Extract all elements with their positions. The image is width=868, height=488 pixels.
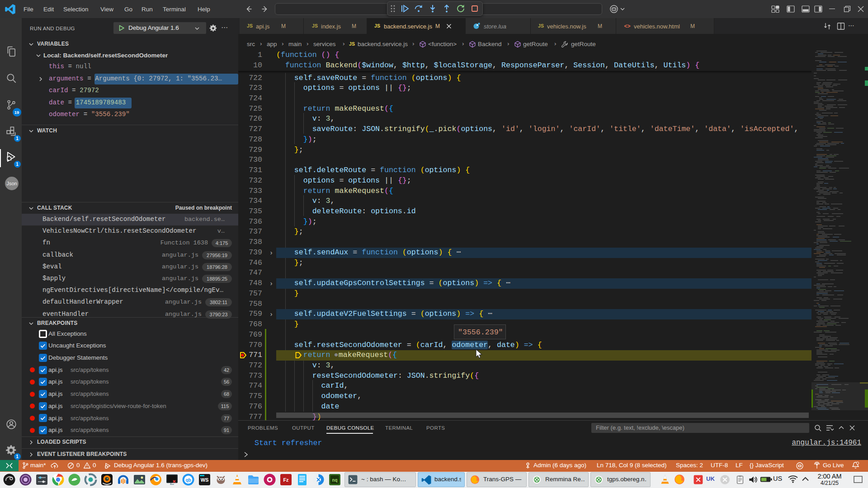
svg-text:qb: qb <box>185 478 191 483</box>
svg-text:Fz: Fz <box>283 477 289 483</box>
svg-text:WS: WS <box>201 477 209 483</box>
svg-text:nq: nq <box>332 478 337 483</box>
